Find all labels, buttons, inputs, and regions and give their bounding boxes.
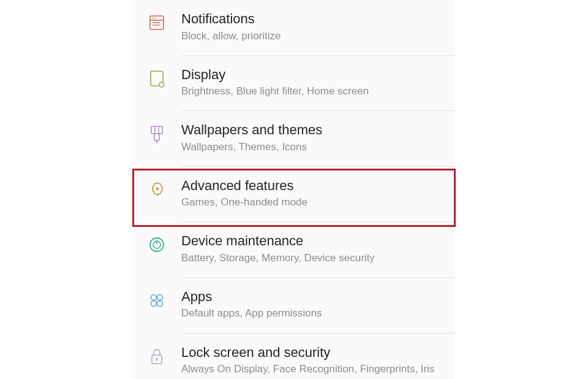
settings-item-title: Lock screen and security <box>181 344 441 361</box>
svg-point-7 <box>159 82 164 87</box>
svg-rect-12 <box>151 126 162 134</box>
settings-item-subtitle: Always On Display, Face Recognition, Fin… <box>181 362 441 376</box>
settings-item-advanced[interactable]: Advanced features Games, One-handed mode <box>132 167 454 223</box>
settings-list: Notifications Block, allow, prioritize <box>132 0 454 379</box>
svg-point-18 <box>150 238 164 251</box>
settings-item-maintenance[interactable]: Device maintenance Battery, Storage, Mem… <box>132 222 454 278</box>
svg-point-24 <box>157 301 163 306</box>
settings-item-display[interactable]: Display Brightness, Blue light filter, H… <box>132 56 454 112</box>
settings-item-wallpapers[interactable]: Wallpapers and themes Wallpapers, Themes… <box>132 111 454 167</box>
display-icon <box>148 66 181 88</box>
settings-item-title: Notifications <box>181 10 441 28</box>
settings-item-title: Display <box>181 66 441 83</box>
settings-item-apps[interactable]: Apps Default apps, App permissions <box>132 278 454 334</box>
notifications-icon <box>148 10 181 31</box>
svg-point-3 <box>154 18 156 19</box>
svg-point-23 <box>151 301 157 306</box>
svg-point-21 <box>151 294 157 300</box>
settings-item-title: Apps <box>181 288 441 305</box>
settings-item-subtitle: Battery, Storage, Memory, Device securit… <box>181 251 441 265</box>
settings-panel: Notifications Block, allow, prioritize <box>132 0 454 379</box>
advanced-icon <box>148 177 181 199</box>
settings-item-title: Wallpapers and themes <box>181 121 441 139</box>
maintenance-icon <box>148 232 181 253</box>
settings-item-subtitle: Games, One-handed mode <box>181 196 441 209</box>
wallpapers-icon <box>148 121 181 145</box>
settings-item-subtitle: Block, allow, prioritize <box>181 29 441 43</box>
settings-item-subtitle: Default apps, App permissions <box>181 307 441 320</box>
svg-point-2 <box>152 18 153 19</box>
settings-item-subtitle: Wallpapers, Themes, Icons <box>181 140 441 154</box>
settings-item-title: Device maintenance <box>181 232 441 250</box>
settings-item-notifications[interactable]: Notifications Block, allow, prioritize <box>132 0 454 56</box>
apps-icon <box>148 288 181 309</box>
settings-item-title: Advanced features <box>181 177 441 194</box>
svg-point-22 <box>157 294 163 300</box>
settings-item-lock[interactable]: Lock screen and security Always On Displ… <box>132 334 454 379</box>
settings-item-subtitle: Brightness, Blue light filter, Home scre… <box>181 85 441 98</box>
lock-icon <box>148 344 181 366</box>
